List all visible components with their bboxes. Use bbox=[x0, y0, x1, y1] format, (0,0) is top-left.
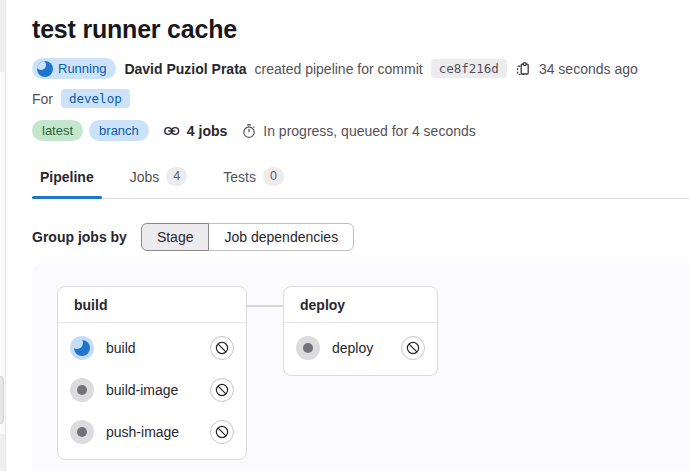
stage-deploy-title: deploy bbox=[284, 287, 437, 323]
cancel-icon bbox=[215, 341, 229, 355]
pipeline-graph: build build build- bbox=[32, 263, 689, 471]
author-name: David Puziol Prata bbox=[124, 61, 246, 77]
branch-badge: branch bbox=[89, 120, 149, 141]
pipeline-page: test runner cache Running David Puziol P… bbox=[0, 0, 689, 471]
jobs-count-label: 4 jobs bbox=[187, 123, 227, 139]
group-by-stage-button[interactable]: Stage bbox=[141, 223, 210, 251]
stage-deploy-jobs: deploy bbox=[284, 323, 437, 375]
tab-jobs[interactable]: Jobs 4 bbox=[122, 158, 196, 198]
link-icon bbox=[163, 123, 181, 139]
page-title: test runner cache bbox=[32, 14, 689, 45]
stage-connector-line bbox=[247, 305, 283, 307]
rail-scrollbar-thumb[interactable] bbox=[0, 376, 4, 424]
group-by-dependencies-button[interactable]: Job dependencies bbox=[208, 223, 354, 251]
cancel-icon bbox=[215, 383, 229, 397]
rail-bottom-segment bbox=[0, 434, 5, 471]
branch-ref-chip[interactable]: develop bbox=[61, 89, 130, 108]
group-jobs-by-label: Group jobs by bbox=[32, 229, 127, 245]
tab-tests-label: Tests bbox=[223, 169, 256, 185]
copy-icon bbox=[515, 61, 531, 77]
cancel-job-button[interactable] bbox=[210, 336, 234, 360]
stage-card-deploy: deploy deploy bbox=[283, 286, 438, 376]
job-row-build-image[interactable]: build-image bbox=[66, 369, 238, 411]
pipeline-tabs: Pipeline Jobs 4 Tests 0 bbox=[32, 158, 689, 199]
job-row-push-image[interactable]: push-image bbox=[66, 411, 238, 453]
status-badge: Running bbox=[32, 58, 116, 79]
cancel-job-button[interactable] bbox=[401, 336, 425, 360]
ref-row: For develop bbox=[32, 89, 689, 108]
stage-build-title: build bbox=[58, 287, 246, 323]
stage-build-jobs: build build-image bbox=[58, 323, 246, 459]
job-name: build bbox=[106, 340, 136, 356]
job-name: push-image bbox=[106, 424, 179, 440]
status-running-icon bbox=[37, 61, 53, 77]
commit-sha-chip[interactable]: ce8f216d bbox=[431, 59, 507, 78]
rail-top-segment bbox=[0, 0, 5, 72]
tab-pipeline[interactable]: Pipeline bbox=[32, 158, 102, 198]
action-text: created pipeline for commit bbox=[255, 61, 423, 77]
tab-tests[interactable]: Tests 0 bbox=[215, 158, 292, 198]
tab-tests-count: 0 bbox=[263, 167, 284, 186]
group-by-segmented-control: Stage Job dependencies bbox=[141, 223, 354, 251]
tab-jobs-label: Jobs bbox=[130, 169, 160, 185]
cancel-icon bbox=[215, 425, 229, 439]
job-name: deploy bbox=[332, 340, 373, 356]
stages-container: build build build- bbox=[57, 286, 689, 460]
tab-jobs-count: 4 bbox=[166, 167, 187, 186]
tab-pipeline-label: Pipeline bbox=[40, 169, 94, 185]
status-created-icon bbox=[70, 420, 94, 444]
status-badge-label: Running bbox=[58, 60, 106, 77]
job-row-deploy[interactable]: deploy bbox=[292, 327, 429, 369]
cancel-job-button[interactable] bbox=[210, 420, 234, 444]
pipeline-meta-row: Running David Puziol Prata created pipel… bbox=[32, 58, 689, 79]
job-name: build-image bbox=[106, 382, 178, 398]
status-created-icon bbox=[70, 378, 94, 402]
badges-row: latest branch 4 jobs In progress, queued… bbox=[32, 120, 689, 141]
progress-text: In progress, queued for 4 seconds bbox=[263, 123, 475, 139]
time-ago: 34 seconds ago bbox=[539, 61, 638, 77]
job-row-build[interactable]: build bbox=[66, 327, 238, 369]
latest-badge: latest bbox=[32, 120, 83, 141]
stopwatch-icon bbox=[241, 123, 257, 139]
for-label: For bbox=[32, 91, 53, 107]
status-running-icon bbox=[70, 336, 94, 360]
cancel-icon bbox=[406, 341, 420, 355]
cancel-job-button[interactable] bbox=[210, 378, 234, 402]
stage-card-build: build build build- bbox=[57, 286, 247, 460]
status-created-icon bbox=[296, 336, 320, 360]
group-jobs-by-row: Group jobs by Stage Job dependencies bbox=[32, 223, 689, 251]
copy-commit-sha-button[interactable] bbox=[515, 61, 531, 77]
